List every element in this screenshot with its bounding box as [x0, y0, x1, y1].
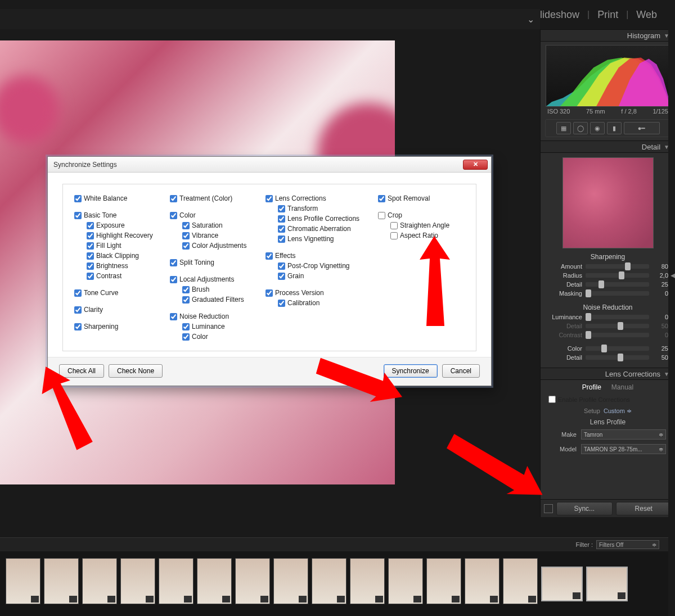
- slider-track[interactable]: [586, 291, 649, 296]
- cb-color-adjustments[interactable]: [182, 242, 190, 250]
- chevron-down-icon[interactable]: ⌄: [527, 14, 534, 25]
- cb-calibration[interactable]: [278, 300, 285, 307]
- thumbnail[interactable]: [6, 558, 40, 604]
- dialog-col-1: White Balance Basic Tone Exposure Highli…: [74, 194, 170, 343]
- dialog-col-2: Treatment (Color) Color Saturation Vibra…: [170, 194, 266, 343]
- cb-sharpening[interactable]: [74, 323, 82, 330]
- setup-value[interactable]: Custom: [604, 407, 625, 414]
- thumbnail[interactable]: [426, 558, 461, 604]
- cb-saturation[interactable]: [182, 222, 190, 229]
- thumbnail[interactable]: [197, 558, 232, 604]
- thumbnail[interactable]: [44, 558, 79, 604]
- cb-effects[interactable]: [266, 252, 273, 260]
- cb-vibrance[interactable]: [182, 232, 190, 239]
- detail-header[interactable]: Detail▼: [541, 141, 675, 153]
- sync-button[interactable]: Sync...: [556, 502, 613, 515]
- nav-print[interactable]: Print: [593, 9, 623, 21]
- cb-straighten-angle[interactable]: [390, 222, 398, 229]
- switch-icon[interactable]: [544, 504, 553, 513]
- thumbnail[interactable]: [120, 558, 155, 604]
- slider-track[interactable]: [586, 355, 649, 360]
- crop-tool-icon[interactable]: ▦: [556, 122, 571, 134]
- cb-brush[interactable]: [182, 286, 190, 293]
- cb-post-crop-vignetting[interactable]: [278, 262, 285, 270]
- redeye-tool-icon[interactable]: ◉: [590, 122, 605, 134]
- detail-preview[interactable]: [562, 157, 654, 248]
- gradient-tool-icon[interactable]: ▮: [607, 122, 622, 134]
- slider-track[interactable]: [586, 273, 649, 278]
- cb-noise-reduction[interactable]: [170, 313, 177, 320]
- cb-basic-tone[interactable]: [74, 212, 82, 219]
- thumbnail-selected[interactable]: [586, 567, 628, 601]
- cb-spot-removal[interactable]: [378, 195, 385, 202]
- slider-track[interactable]: [586, 264, 649, 269]
- slider-label: Masking: [547, 290, 582, 297]
- thumbnail[interactable]: [82, 558, 117, 604]
- cb-clarity[interactable]: [74, 306, 82, 314]
- thumbnail-selected[interactable]: [541, 567, 583, 601]
- slider-detail: Detail 50: [541, 321, 675, 330]
- lens-corrections-header[interactable]: Lens Corrections▼: [541, 368, 675, 380]
- cb-split-toning[interactable]: [170, 259, 177, 266]
- cb-lens-profile-corrections[interactable]: [278, 215, 285, 223]
- slider-track[interactable]: [586, 324, 649, 328]
- cb-process-version[interactable]: [266, 289, 273, 297]
- filter-dropdown[interactable]: Filters Off≑: [596, 540, 659, 549]
- cb-fill-light[interactable]: [87, 242, 94, 250]
- cb-grain[interactable]: [278, 273, 285, 280]
- slider-track[interactable]: [586, 333, 649, 337]
- nav-web[interactable]: Web: [632, 9, 662, 21]
- lens-corrections-section: Profile Manual Enable Profile Correction…: [541, 380, 675, 456]
- lens-tab-profile[interactable]: Profile: [582, 383, 601, 391]
- cb-black-clipping[interactable]: [87, 252, 94, 260]
- cb-treatment[interactable]: [170, 195, 177, 202]
- enable-profile-corrections-checkbox[interactable]: [548, 396, 556, 403]
- meta-iso: ISO 320: [547, 108, 570, 115]
- cb-graduated-filters[interactable]: [182, 296, 190, 304]
- slider-track[interactable]: [586, 346, 649, 351]
- cb-tone-curve[interactable]: [74, 289, 82, 297]
- thumbnail[interactable]: [235, 558, 270, 604]
- slider-label: Detail: [547, 354, 582, 361]
- cb-aspect-ratio[interactable]: [390, 232, 398, 239]
- cb-lens-corrections[interactable]: [266, 195, 273, 202]
- slider-track[interactable]: [586, 282, 649, 287]
- brush-tool-icon[interactable]: ●━: [624, 122, 660, 134]
- slider-label: Radius: [547, 272, 582, 279]
- cancel-button[interactable]: Cancel: [442, 364, 480, 378]
- cb-local-adjustments[interactable]: [170, 276, 177, 283]
- thumbnail[interactable]: [388, 558, 423, 604]
- thumbnail[interactable]: [350, 558, 385, 604]
- make-dropdown[interactable]: Tamron≑: [581, 429, 666, 440]
- cb-exposure[interactable]: [87, 222, 94, 229]
- model-dropdown[interactable]: TAMRON SP 28-75m...≑: [581, 444, 666, 454]
- cb-color[interactable]: [170, 212, 177, 219]
- histogram-header[interactable]: Histogram▼: [541, 29, 675, 42]
- cb-contrast[interactable]: [87, 273, 94, 280]
- cb-noise-color[interactable]: [182, 333, 190, 341]
- side-expand[interactable]: ◂: [668, 0, 675, 616]
- thumbnail[interactable]: [273, 558, 308, 604]
- slider-track[interactable]: [586, 315, 649, 319]
- slider-value: 2,0: [652, 272, 668, 279]
- synchronize-button[interactable]: Synchronize: [384, 364, 438, 378]
- thumbnail[interactable]: [159, 558, 194, 604]
- cb-chromatic-aberration[interactable]: [278, 225, 285, 233]
- cb-brightness[interactable]: [87, 262, 94, 270]
- cb-crop[interactable]: [378, 212, 385, 219]
- cb-luminance[interactable]: [182, 323, 190, 330]
- lens-tab-manual[interactable]: Manual: [611, 383, 633, 391]
- reset-button[interactable]: Reset: [616, 502, 672, 515]
- check-none-button[interactable]: Check None: [109, 364, 163, 378]
- close-button[interactable]: ✕: [463, 160, 488, 170]
- thumbnail[interactable]: [503, 558, 538, 604]
- cb-white-balance[interactable]: [74, 195, 82, 202]
- slider-label: Luminance: [547, 314, 582, 320]
- spot-tool-icon[interactable]: ◯: [573, 122, 588, 134]
- cb-lens-vignetting[interactable]: [278, 235, 285, 243]
- cb-highlight-recovery[interactable]: [87, 232, 94, 239]
- thumbnail[interactable]: [465, 558, 500, 604]
- thumbnail[interactable]: [312, 558, 346, 604]
- cb-transform[interactable]: [278, 205, 285, 212]
- lens-corrections-title: Lens Corrections: [605, 370, 660, 378]
